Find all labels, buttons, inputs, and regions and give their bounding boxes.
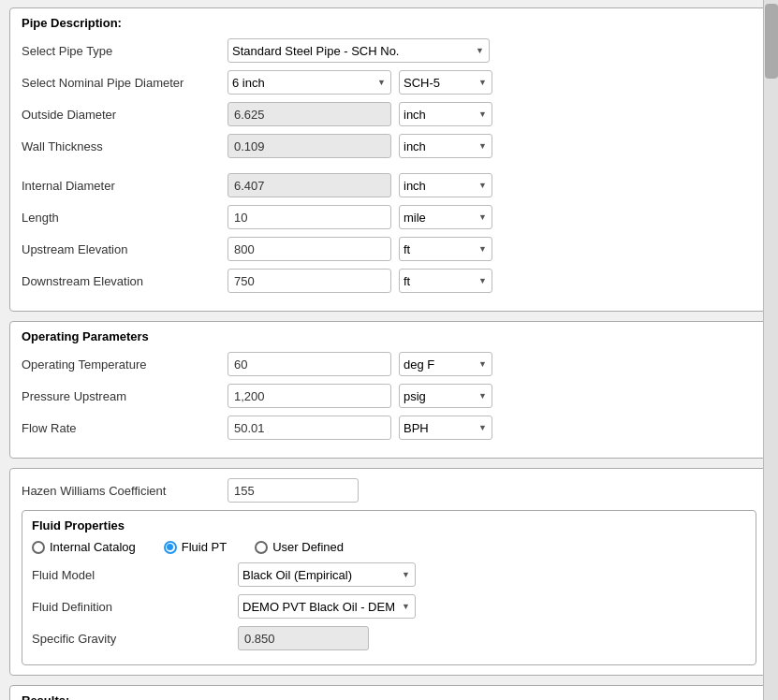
pressure-upstream-label: Pressure Upstream <box>22 389 228 403</box>
hazen-label: Hazen Williams Coefficient <box>22 484 228 498</box>
length-label: Length <box>22 211 228 225</box>
temp-unit-select[interactable]: deg F <box>399 352 492 376</box>
pipe-type-label: Select Pipe Type <box>22 44 228 58</box>
wall-thickness-input[interactable]: 0.109 <box>228 134 391 158</box>
upstream-elev-input[interactable]: 800 <box>228 237 391 261</box>
scrollbar-thumb[interactable] <box>765 4 778 79</box>
radio-fluid-pt[interactable]: Fluid PT <box>164 540 227 554</box>
hazen-row: Hazen Williams Coefficient 155 <box>22 478 756 503</box>
outside-diameter-unit-select[interactable]: inch <box>399 102 492 126</box>
upstream-elev-label: Upstream Elevation <box>22 242 228 256</box>
outside-diameter-unit-wrapper: inch <box>399 102 492 126</box>
fluid-def-label: Fluid Definition <box>32 600 238 614</box>
flow-unit-wrapper: BPH <box>399 416 492 440</box>
radio-internal-catalog[interactable]: Internal Catalog <box>32 540 136 554</box>
fluid-model-row: Fluid Model Black Oil (Empirical) <box>32 561 746 588</box>
pressure-unit-select[interactable]: psig <box>399 384 492 408</box>
pipe-description-section: Pipe Description: Select Pipe Type Stand… <box>9 7 769 312</box>
internal-diameter-unit-wrapper: inch <box>399 173 492 197</box>
internal-diameter-row: Internal Diameter 6.407 inch <box>22 172 756 198</box>
length-unit-select[interactable]: mile <box>399 205 492 229</box>
downstream-elev-row: Downstream Elevation 750 ft <box>22 268 756 294</box>
pipe-description-title: Pipe Description: <box>22 16 756 30</box>
radio-internal-circle <box>32 541 45 554</box>
internal-diameter-unit-select[interactable]: inch <box>399 173 492 197</box>
fluid-properties-section: Fluid Properties Internal Catalog Fluid … <box>22 510 756 665</box>
pipe-type-row: Select Pipe Type Standard Steel Pipe - S… <box>22 37 756 64</box>
temp-input[interactable]: 60 <box>228 352 391 376</box>
fluid-model-select-wrapper: Black Oil (Empirical) <box>238 562 416 587</box>
nominal-row-inputs: 6 inch SCH-5 <box>228 70 492 95</box>
sch-select-wrapper: SCH-5 <box>399 70 492 95</box>
results-section: Results: Downstream Pressure 1,216.88 ps… <box>9 685 769 700</box>
radio-fluidpt-label: Fluid PT <box>182 540 227 554</box>
internal-diameter-input[interactable]: 6.407 <box>228 173 391 197</box>
outside-diameter-input[interactable]: 6.625 <box>228 102 391 126</box>
pipe-type-select[interactable]: Standard Steel Pipe - SCH No. <box>228 38 490 63</box>
specific-gravity-label: Specific Gravity <box>32 632 238 646</box>
pressure-upstream-input[interactable]: 1,200 <box>228 384 391 408</box>
fluid-model-label: Fluid Model <box>32 568 238 582</box>
flow-rate-row: Flow Rate 50.01 BPH <box>22 415 756 441</box>
flow-unit-select[interactable]: BPH <box>399 416 492 440</box>
hazen-input[interactable]: 155 <box>228 478 359 503</box>
upstream-elev-unit-select[interactable]: ft <box>399 237 492 261</box>
results-title: Results: <box>22 693 756 700</box>
hazen-section: Hazen Williams Coefficient 155 Fluid Pro… <box>9 468 769 676</box>
temp-row: Operating Temperature 60 deg F <box>22 351 756 377</box>
operating-section: Operating Parameters Operating Temperatu… <box>9 321 769 459</box>
flow-rate-label: Flow Rate <box>22 421 228 435</box>
downstream-elev-unit-select[interactable]: ft <box>399 269 492 293</box>
radio-fluidpt-circle <box>164 541 177 554</box>
fluid-model-select[interactable]: Black Oil (Empirical) <box>238 562 416 587</box>
radio-user-circle <box>255 541 268 554</box>
length-input[interactable]: 10 <box>228 205 391 229</box>
pressure-upstream-row: Pressure Upstream 1,200 psig <box>22 383 756 409</box>
outside-diameter-label: Outside Diameter <box>22 108 228 122</box>
specific-gravity-input[interactable]: 0.850 <box>238 626 369 650</box>
fluid-def-select-wrapper: DEMO PVT Black Oil - DEM <box>238 594 416 619</box>
sch-select[interactable]: SCH-5 <box>399 70 492 95</box>
internal-diameter-label: Internal Diameter <box>22 179 228 193</box>
length-row: Length 10 mile <box>22 204 756 230</box>
specific-gravity-row: Specific Gravity 0.850 <box>32 625 746 651</box>
fluid-def-select[interactable]: DEMO PVT Black Oil - DEM <box>238 594 416 619</box>
nominal-diameter-select[interactable]: 6 inch <box>228 70 391 95</box>
wall-thickness-label: Wall Thickness <box>22 139 228 153</box>
radio-user-label: User Defined <box>272 540 344 554</box>
fluid-properties-title: Fluid Properties <box>32 518 746 532</box>
nominal-diameter-label: Select Nominal Pipe Diameter <box>22 76 228 90</box>
nominal-diameter-row: Select Nominal Pipe Diameter 6 inch SCH-… <box>22 69 756 95</box>
pipe-type-select-wrapper: Standard Steel Pipe - SCH No. <box>228 38 490 63</box>
outside-diameter-row: Outside Diameter 6.625 inch <box>22 101 756 127</box>
pressure-unit-wrapper: psig <box>399 384 492 408</box>
radio-internal-label: Internal Catalog <box>50 540 136 554</box>
wall-thickness-row: Wall Thickness 0.109 inch <box>22 133 756 159</box>
upstream-elev-unit-wrapper: ft <box>399 237 492 261</box>
flow-rate-input[interactable]: 50.01 <box>228 416 391 440</box>
temp-unit-wrapper: deg F <box>399 352 492 376</box>
wall-thickness-unit-wrapper: inch <box>399 134 492 158</box>
temp-label: Operating Temperature <box>22 357 228 372</box>
radio-user-defined[interactable]: User Defined <box>255 540 344 554</box>
wall-thickness-unit-select[interactable]: inch <box>399 134 492 158</box>
fluid-def-row: Fluid Definition DEMO PVT Black Oil - DE… <box>32 593 746 620</box>
nominal-diameter-select-wrapper: 6 inch <box>228 70 391 95</box>
radio-group: Internal Catalog Fluid PT User Defined <box>32 540 746 554</box>
upstream-elev-row: Upstream Elevation 800 ft <box>22 236 756 262</box>
length-unit-wrapper: mile <box>399 205 492 229</box>
scrollbar[interactable] <box>763 0 778 700</box>
operating-title: Operating Parameters <box>22 329 756 343</box>
downstream-elev-unit-wrapper: ft <box>399 269 492 293</box>
downstream-elev-label: Downstream Elevation <box>22 274 228 288</box>
downstream-elev-input[interactable]: 750 <box>228 269 391 293</box>
